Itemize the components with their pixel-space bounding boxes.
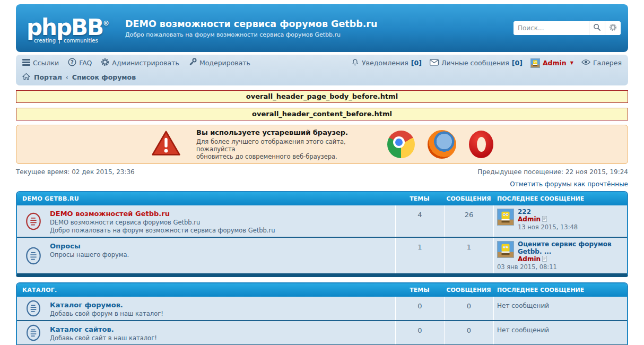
forum-topics-count: 0 <box>395 321 444 344</box>
chrome-icon[interactable] <box>387 131 415 158</box>
browser-warning-body: Для более лучшего отображения этого сайт… <box>196 138 372 160</box>
site-titles: DEMO возможности сервиса форумов Getbb.r… <box>125 19 514 38</box>
column-header-lastpost: ПОСЛЕДНЕЕ СООБЩЕНИЕ <box>493 287 627 294</box>
menu-icon <box>22 59 30 67</box>
no-posts-label: Нет сообщений <box>497 299 549 309</box>
category-header: DEMO GETBB.RU ТЕМЫ СООБЩЕНИЯ ПОСЛЕДНЕЕ С… <box>17 192 627 205</box>
forum-topics-count: 4 <box>395 205 444 237</box>
forum-info: Каталог форумов. Добавь свой форум в наш… <box>50 297 395 320</box>
nav-administer[interactable]: Администрировать <box>101 58 179 68</box>
forum-row: Каталог сайтов. Добавь свой сайт в наш к… <box>17 320 627 344</box>
bell-icon <box>351 58 359 68</box>
search-icon <box>593 23 601 33</box>
browser-warning-text: Вы используете устаревший браузер. Для б… <box>196 128 372 160</box>
forum-topics-count: 1 <box>395 238 444 273</box>
question-icon: ? <box>68 58 76 68</box>
template-notice-content: overall_header_content_before.html <box>16 108 628 120</box>
forum-link[interactable]: Каталог сайтов. <box>50 325 114 333</box>
no-posts-label: Нет сообщений <box>497 324 549 334</box>
navbar-top-row: Ссылки ? FAQ Администрировать Модерирова… <box>22 56 622 70</box>
gear-icon <box>609 23 617 33</box>
column-header-topics: ТЕМЫ <box>395 195 444 202</box>
wrench-icon <box>188 58 197 68</box>
column-header-topics: ТЕМЫ <box>395 287 444 294</box>
forum-read-icon <box>17 238 50 273</box>
forum-link[interactable]: Опросы <box>50 242 81 250</box>
lastpost-author-link[interactable]: Admin <box>518 255 541 263</box>
nav-gallery[interactable]: Галерея <box>581 59 622 67</box>
forum-lastpost-cell: 222 Admin 13 ноя 2015, 13:48 <box>493 205 627 237</box>
breadcrumb-forum-list[interactable]: Список форумов <box>72 73 136 81</box>
forum-row: DEMO возможностей Getbb.ru DEMO возможно… <box>17 205 627 237</box>
navbar: Ссылки ? FAQ Администрировать Модерирова… <box>16 55 628 85</box>
page: phpBB® creatingcommunities DEMO возможно… <box>0 0 644 345</box>
goto-lastpost-icon[interactable] <box>542 256 547 263</box>
home-icon <box>22 74 30 82</box>
category-title: DEMO GETBB.RU <box>17 195 395 202</box>
column-header-lastpost: ПОСЛЕДНЕЕ СООБЩЕНИЕ <box>493 195 627 202</box>
forum-topics-count: 0 <box>395 297 444 320</box>
last-visit: Предыдущее посещение: 22 ноя 2015, 19:24 <box>477 168 628 176</box>
nav-user-menu[interactable]: Admin ▼ <box>530 58 573 68</box>
forum-posts-count: 1 <box>444 238 493 273</box>
chevron-down-icon: ▼ <box>570 61 573 65</box>
lastpost-author-link[interactable]: Admin <box>518 215 541 223</box>
nav-faq[interactable]: ? FAQ <box>68 58 92 68</box>
forum-description: Опросы нашего форума. <box>50 252 392 258</box>
forum-posts-count: 26 <box>444 205 493 237</box>
forum-read-icon <box>17 321 50 344</box>
forum-read-icon <box>17 297 50 320</box>
forum-link[interactable]: DEMO возможностей Getbb.ru <box>50 210 170 218</box>
goto-lastpost-icon[interactable] <box>542 216 547 223</box>
svg-text:?: ? <box>71 59 74 65</box>
forum-category-demo: DEMO GETBB.RU ТЕМЫ СООБЩЕНИЯ ПОСЛЕДНЕЕ С… <box>16 191 628 277</box>
search-box <box>514 21 621 35</box>
gears-icon <box>101 58 109 68</box>
forum-info: Опросы Опросы нашего форума. <box>50 238 395 273</box>
search-button[interactable] <box>589 21 605 35</box>
lastpost-subject-link[interactable]: 222 <box>518 208 531 215</box>
forum-category-catalog: КАТАЛОГ. ТЕМЫ СООБЩЕНИЯ ПОСЛЕДНЕЕ СООБЩЕ… <box>16 282 628 345</box>
username: Admin <box>543 59 567 67</box>
search-settings-button[interactable] <box>605 21 621 35</box>
forum-lastpost-cell: Нет сообщений <box>493 321 627 344</box>
breadcrumb: Портал ‹ Список форумов <box>22 70 622 84</box>
phpbb-logo[interactable]: phpBB® creatingcommunities <box>23 13 112 44</box>
opera-icon[interactable] <box>469 131 493 158</box>
browser-warning: Вы используете устаревший браузер. Для б… <box>16 125 628 164</box>
forum-description: Добро пожаловать на форум возможности се… <box>50 227 392 234</box>
site-title: DEMO возможности сервиса форумов Getbb.r… <box>125 19 514 29</box>
nav-notifications[interactable]: Уведомления [0] <box>351 58 422 68</box>
forum-link[interactable]: Каталог форумов. <box>50 301 123 309</box>
forum-description: DEMO возможности сервиса форумов Getbb.r… <box>50 219 392 226</box>
avatar[interactable] <box>497 241 514 258</box>
notifications-count: [0] <box>411 59 422 67</box>
lastpost-time: 13 ноя 2015, 13:48 <box>518 223 578 231</box>
nav-quick-links[interactable]: Ссылки <box>22 59 59 67</box>
time-bar: Текущее время: 02 дек 2015, 23:36 Предыд… <box>16 168 628 176</box>
template-notice-page-body: overall_header_page_body_before.html <box>16 90 628 103</box>
column-header-posts: СООБЩЕНИЯ <box>444 287 493 294</box>
current-time: Текущее время: 02 дек 2015, 23:36 <box>16 168 135 176</box>
forum-unread-icon <box>17 205 50 237</box>
breadcrumb-portal[interactable]: Портал <box>34 73 62 81</box>
forum-row: Опросы Опросы нашего форума. 1 1 Оцените… <box>17 237 627 273</box>
column-header-posts: СООБЩЕНИЯ <box>444 195 493 202</box>
breadcrumb-home[interactable] <box>22 73 30 82</box>
breadcrumb-separator: ‹ <box>66 73 68 81</box>
forum-info: Каталог сайтов. Добавь свой сайт в наш к… <box>50 321 395 344</box>
messages-count: [0] <box>512 59 523 67</box>
browser-warning-title: Вы используете устаревший браузер. <box>196 128 372 136</box>
mark-forums-read-link[interactable]: Отметить форумы как прочтённые <box>510 180 628 188</box>
lastpost-subject-link[interactable]: Оцените сервис форумов Getbb. ... <box>518 240 612 255</box>
firefox-icon[interactable] <box>428 130 456 159</box>
category-header: КАТАЛОГ. ТЕМЫ СООБЩЕНИЯ ПОСЛЕДНЕЕ СООБЩЕ… <box>17 283 627 297</box>
search-input[interactable] <box>514 21 589 35</box>
browser-icons <box>387 130 493 159</box>
forum-info: DEMO возможностей Getbb.ru DEMO возможно… <box>50 205 395 237</box>
nav-private-messages[interactable]: Личные сообщения [0] <box>430 59 523 67</box>
eye-icon <box>581 59 590 67</box>
avatar[interactable] <box>497 209 514 226</box>
lastpost-time: 03 янв 2015, 08:11 <box>497 263 557 271</box>
nav-moderate[interactable]: Модерировать <box>188 58 250 68</box>
